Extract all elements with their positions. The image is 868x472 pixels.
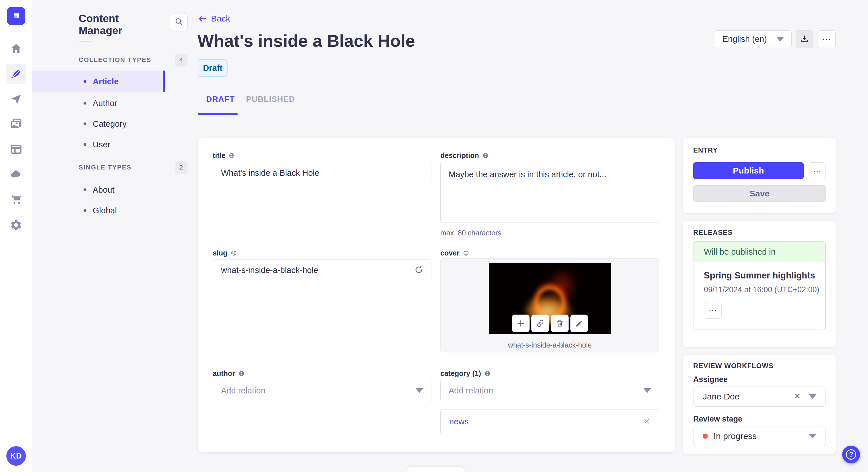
more-icon: ⋯ — [822, 34, 831, 45]
arrow-left-icon — [198, 14, 207, 23]
entry-more-button[interactable]: ⋯ — [809, 162, 826, 179]
release-date: 09/11/2024 at 16:00 (UTC+02:00) — [704, 285, 819, 294]
entry-panel-title: ENTRY — [693, 146, 718, 154]
remove-relation-icon[interactable] — [643, 417, 650, 426]
save-button[interactable]: Save — [693, 185, 826, 202]
author-placeholder: Add relation — [221, 386, 266, 396]
trash-icon — [556, 319, 564, 328]
field-label-text: author — [213, 369, 235, 378]
locale-value: English (en) — [722, 34, 767, 44]
sidebar-item-label: Article — [93, 77, 119, 86]
sidebar-item-author[interactable]: Author — [32, 92, 165, 114]
page-title: What's inside a Black Hole — [197, 31, 415, 51]
field-label-text: description — [440, 151, 479, 160]
edit-media-button[interactable] — [570, 314, 588, 332]
help-button[interactable]: ? — [842, 446, 860, 463]
bottom-expand-pill[interactable] — [407, 467, 464, 472]
description-helper: max. 80 characters — [440, 229, 501, 237]
sidebar-item-label: Global — [93, 206, 117, 215]
field-label-text: slug — [213, 249, 227, 257]
link-icon — [536, 319, 544, 328]
bullet-icon — [84, 123, 86, 125]
send-plane-icon[interactable] — [6, 89, 26, 109]
category-relation-item: news — [440, 409, 659, 434]
clear-assignee-icon[interactable] — [794, 392, 801, 401]
cover-media-panel: what-s-inside-a-black-hole — [440, 258, 659, 352]
sidebar-item-category[interactable]: Category — [32, 113, 165, 135]
tab-draft[interactable]: DRAFT — [206, 95, 235, 104]
entry-panel: ENTRY Publish ⋯ Save — [683, 138, 836, 213]
globe-icon — [231, 250, 237, 256]
home-icon[interactable] — [6, 38, 26, 59]
search-button[interactable] — [170, 13, 188, 31]
publish-button[interactable]: Publish — [693, 162, 804, 179]
description-textarea[interactable]: Maybe the answer is in this article, or … — [440, 162, 659, 223]
field-label-text: title — [213, 151, 225, 160]
category-relation-combobox[interactable]: Add relation — [440, 380, 659, 401]
release-status-text: Will be published in — [704, 247, 776, 257]
field-label-text: category (1) — [440, 369, 481, 378]
release-card: Will be published in Spring Summer highl… — [693, 241, 826, 330]
user-avatar[interactable]: KD — [6, 446, 26, 466]
slug-field-label: slug — [213, 249, 237, 257]
content-type-builder-icon[interactable] — [6, 139, 26, 160]
assignee-combobox[interactable]: Jane Doe — [693, 386, 826, 407]
author-field-label: author — [213, 369, 245, 378]
delete-media-button[interactable] — [551, 314, 569, 332]
stage-status-dot — [703, 434, 708, 439]
entry-form-card: title What's inside a Black Hole descrip… — [198, 138, 675, 452]
sidebar-item-label: Author — [93, 99, 117, 108]
status-badge: Draft — [198, 59, 228, 77]
app-sidebar: KD — [0, 0, 32, 472]
globe-icon — [229, 153, 235, 159]
cloud-icon[interactable] — [6, 164, 26, 185]
regenerate-icon[interactable] — [414, 266, 423, 275]
sidebar-item-global[interactable]: Global — [32, 200, 165, 222]
releases-panel-title: RELEASES — [693, 229, 733, 237]
back-link[interactable]: Back — [198, 14, 230, 24]
locale-select[interactable]: English (en) — [715, 30, 792, 48]
globe-icon — [463, 250, 469, 256]
copy-link-button[interactable] — [531, 314, 549, 332]
plus-icon — [517, 319, 525, 328]
download-button[interactable] — [796, 30, 813, 48]
strapi-logo-icon[interactable] — [7, 7, 25, 25]
bullet-icon — [84, 209, 86, 212]
title-input[interactable]: What's inside a Black Hole — [213, 162, 431, 184]
review-stage-label: Review stage — [693, 415, 742, 424]
settings-gear-icon[interactable] — [6, 215, 26, 235]
review-stage-combobox[interactable]: In progress — [693, 426, 826, 446]
question-mark-icon: ? — [846, 449, 856, 460]
category-field-label: category (1) — [440, 369, 491, 378]
slug-input[interactable]: what-s-inside-a-black-hole — [213, 260, 431, 281]
cover-caption: what-s-inside-a-black-hole — [441, 341, 659, 349]
category-placeholder: Add relation — [448, 386, 493, 396]
active-tab-underline — [198, 113, 238, 115]
relation-link-news[interactable]: news — [449, 417, 469, 427]
cover-action-toolbar — [512, 314, 588, 332]
pencil-icon — [575, 319, 583, 328]
media-library-icon[interactable] — [6, 113, 26, 134]
sidebar-item-user[interactable]: User — [32, 134, 165, 156]
field-label-text: cover — [440, 249, 460, 257]
marketplace-cart-icon[interactable] — [6, 189, 26, 210]
content-manager-feather-icon[interactable] — [6, 64, 26, 84]
bullet-icon — [84, 143, 86, 146]
collection-types-header: COLLECTION TYPES — [79, 56, 151, 64]
assignee-label: Assignee — [693, 375, 727, 384]
description-value: Maybe the answer is in this article, or … — [448, 170, 607, 179]
review-panel-title: REVIEW WORKFLOWS — [693, 362, 774, 370]
release-more-button[interactable]: ⋯ — [704, 302, 722, 318]
sidebar-item-about[interactable]: About — [32, 179, 165, 201]
release-status: Will be published in — [693, 242, 825, 262]
header-more-button[interactable]: ⋯ — [817, 30, 836, 48]
back-label: Back — [211, 14, 230, 24]
title-field-label: title — [213, 151, 235, 160]
author-relation-combobox[interactable]: Add relation — [213, 380, 431, 401]
tab-published[interactable]: PUBLISHED — [246, 95, 295, 104]
globe-icon — [485, 370, 491, 376]
sidebar-item-article[interactable]: Article — [32, 71, 165, 92]
cover-field-label: cover — [440, 249, 469, 257]
add-media-button[interactable] — [512, 314, 530, 332]
subnav-separator — [79, 41, 93, 42]
